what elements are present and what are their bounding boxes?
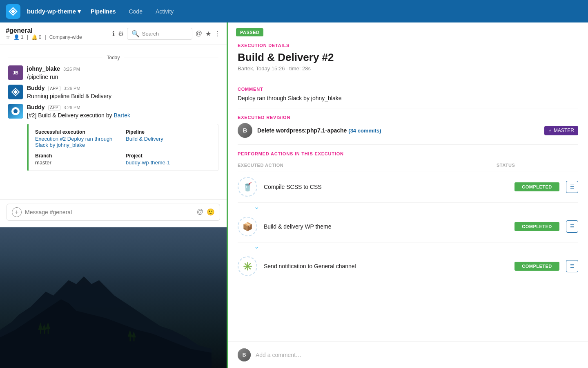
execution-card: Successful execution Execution #2 Deploy… xyxy=(27,124,218,171)
message-text: /pipeline run xyxy=(27,73,218,81)
notifications-count: 🔔 0 xyxy=(31,34,42,40)
action-icon: 🥤 xyxy=(238,177,257,197)
exec-status-label: Successful execution xyxy=(35,129,121,135)
mention-icon[interactable]: @ xyxy=(196,30,202,37)
execution-subtitle: Bartek, Today 15:26 · time: 28s xyxy=(238,65,578,72)
comment-text: Deploy ran through Slack by johny_blake xyxy=(238,95,578,101)
message-time: 3:26 PM xyxy=(63,67,80,72)
ftp-icon: 📦 xyxy=(243,222,253,231)
message-content: johny_blake 3:26 PM /pipeline run xyxy=(27,65,218,81)
mountain-silhouette xyxy=(0,254,212,368)
settings-icon[interactable]: ⚙ xyxy=(118,30,124,38)
add-attachment-button[interactable]: + xyxy=(12,207,22,217)
comment-user-avatar: B xyxy=(238,348,251,361)
message-input[interactable] xyxy=(25,209,194,215)
app-badge: APP xyxy=(48,105,60,110)
action-row: 🥤 Compile SCSS to CSS COMPLETED ☰ xyxy=(238,171,578,203)
search-input[interactable] xyxy=(142,31,188,37)
status-badge: COMPLETED xyxy=(514,182,559,191)
message-time: 3:26 PM xyxy=(64,86,80,91)
channel-name: #general xyxy=(6,27,82,34)
project-link[interactable]: buddy-wp-theme-1 xyxy=(126,159,212,166)
nav-activity[interactable]: Activity xyxy=(152,7,177,16)
action-name: Build & delivery WP theme xyxy=(264,223,508,230)
action-connector: ⌄ xyxy=(238,242,578,251)
svg-marker-3 xyxy=(13,90,18,94)
bell-icon: 🔔 xyxy=(31,34,38,40)
message-header: Buddy APP 3:26 PM xyxy=(27,104,218,110)
action-connector: ⌄ xyxy=(238,203,578,211)
pipeline-link[interactable]: Build & Delivery xyxy=(126,136,212,142)
master-badge[interactable]: ⑂ MASTER xyxy=(544,126,578,135)
more-icon[interactable]: ⋮ xyxy=(214,30,221,38)
commits-link[interactable]: (34 commits) xyxy=(348,128,381,134)
status-badge: COMPLETED xyxy=(514,222,559,231)
message-input-box: + @ 🙂 xyxy=(7,204,220,221)
nav-pipelines[interactable]: Pipelines xyxy=(87,7,119,16)
col-action-header: EXECUTED ACTION xyxy=(238,163,497,168)
mention-input-icon[interactable]: @ xyxy=(197,208,203,216)
add-comment-input[interactable]: Add a comment… xyxy=(256,352,301,358)
info-icon[interactable]: ℹ xyxy=(112,30,115,38)
log-icon: ☰ xyxy=(570,184,575,190)
message-row: Buddy APP 3:26 PM [#2] Build & Delivery … xyxy=(0,102,227,121)
action-row: 📦 Build & delivery WP theme COMPLETED ☰ xyxy=(238,211,578,242)
nav-code[interactable]: Code xyxy=(125,7,145,16)
revision-row: B Delete wordpress:php7.1-apache (34 com… xyxy=(238,123,578,138)
message-row: JB johny_blake 3:26 PM /pipeline run xyxy=(0,64,227,83)
app-badge: APP xyxy=(48,86,60,91)
action-row: ✳️ Send notification to General channel … xyxy=(238,251,578,282)
star-channel-icon[interactable]: ★ xyxy=(205,30,211,38)
search-box[interactable]: 🔍 xyxy=(127,28,192,40)
project-label: Project xyxy=(126,153,212,159)
message-author: Buddy xyxy=(27,85,45,91)
action-name: Compile SCSS to CSS xyxy=(264,184,508,190)
actions-section: PERFORMED ACTIONS IN THIS EXECUTION EXEC… xyxy=(238,151,578,282)
background-image xyxy=(0,227,227,368)
right-content: EXECUTION DETAILS Build & Delivery #2 Ba… xyxy=(228,36,588,289)
status-badge: COMPLETED xyxy=(514,262,559,271)
date-divider: Today xyxy=(0,52,227,64)
bartek-link[interactable]: Bartek xyxy=(114,112,130,119)
scss-icon: 🥤 xyxy=(243,182,253,192)
emoji-icon[interactable]: 🙂 xyxy=(207,208,215,216)
buddy-logo[interactable] xyxy=(6,4,20,19)
chevron-down-connector-icon: ⌄ xyxy=(254,242,259,251)
message-input-area: + @ 🙂 xyxy=(0,199,227,227)
message-content: Buddy APP 3:26 PM [#2] Build & Delivery … xyxy=(27,104,218,120)
passed-badge: PASSED xyxy=(236,28,263,36)
view-log-button[interactable]: ☰ xyxy=(566,260,578,272)
message-text: Running pipeline Build & Delivery xyxy=(27,92,218,101)
avatar: JB xyxy=(8,65,23,80)
comment-section-label: COMMENT xyxy=(238,87,578,92)
branch-label: Branch xyxy=(35,153,121,159)
message-row: Buddy APP 3:26 PM Running pipeline Build… xyxy=(0,83,227,102)
chevron-down-icon: ▾ xyxy=(78,8,81,15)
view-log-button[interactable]: ☰ xyxy=(566,220,578,233)
message-header: johny_blake 3:26 PM xyxy=(27,65,218,72)
view-log-button[interactable]: ☰ xyxy=(566,181,578,193)
right-panel: PASSED EXECUTION DETAILS Build & Deliver… xyxy=(227,22,588,368)
channel-header: #general ☆ 👤 1 | 🔔 0 | Company-wide xyxy=(0,22,227,45)
left-panel: #general ☆ 👤 1 | 🔔 0 | Company-wide xyxy=(0,22,227,368)
execution-details-label: EXECUTION DETAILS xyxy=(238,43,578,48)
col-status-header: STATUS xyxy=(497,163,578,168)
slack-icon: ✳️ xyxy=(243,261,253,271)
actions-table-header: EXECUTED ACTION STATUS xyxy=(238,159,578,171)
channel-meta: ☆ 👤 1 | 🔔 0 | Company-wide xyxy=(6,34,82,40)
section-divider xyxy=(238,108,578,108)
star-icon[interactable]: ☆ xyxy=(6,34,10,40)
executed-revision-label: EXECUTED REVISION xyxy=(238,115,578,120)
action-name: Send notification to General channel xyxy=(264,263,508,269)
execution-title: Build & Delivery #2 xyxy=(238,51,578,64)
channel-description: Company-wide xyxy=(49,34,82,40)
message-author: johny_blake xyxy=(27,65,60,72)
top-navigation: buddy-wp-theme ▾ Pipelines Code Activity xyxy=(0,0,588,22)
project-name[interactable]: buddy-wp-theme ▾ xyxy=(27,8,81,15)
message-time: 3:26 PM xyxy=(64,105,80,110)
input-icons: @ 🙂 xyxy=(197,208,215,216)
avatar xyxy=(8,85,23,99)
exec-link[interactable]: Execution #2 Deploy ran through Slack by… xyxy=(35,136,121,148)
log-icon: ☰ xyxy=(570,224,575,229)
search-icon: 🔍 xyxy=(131,30,140,38)
